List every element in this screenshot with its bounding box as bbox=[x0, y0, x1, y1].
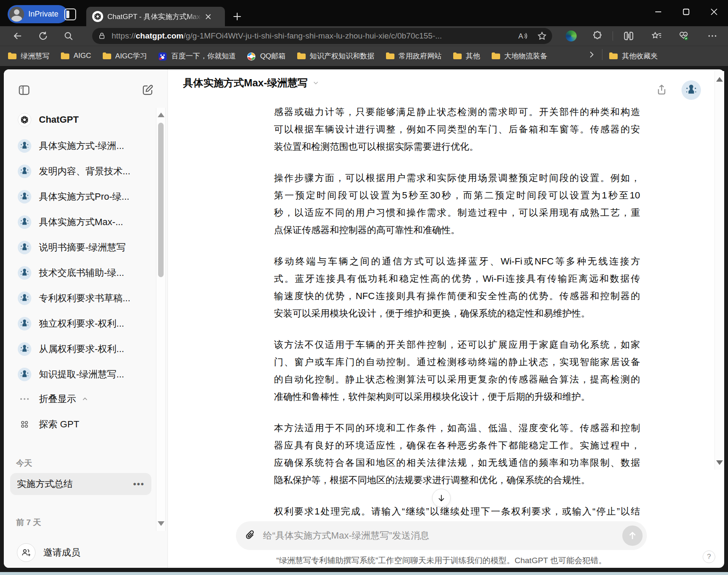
message-line: 输速度快的优势，NFC连接则具有操作简便和安全性高的优势。传感器和控制器的 bbox=[274, 287, 640, 305]
bookmark-item[interactable]: 大地物流装备 bbox=[491, 51, 547, 61]
sidebar-toggle-icon[interactable] bbox=[18, 84, 30, 96]
input-placeholder: 给“具体实施方式Max-绿洲慧写”发送消息 bbox=[263, 529, 622, 542]
bookmark-item[interactable]: QQ邮箱 bbox=[247, 51, 285, 61]
message-line: 的自动化控制。静止状态检测算法可以采用更复杂的传感器融合算法，提高检测的 bbox=[274, 371, 640, 388]
bookmark-item[interactable]: 其他 bbox=[453, 51, 480, 61]
message-line: 权利要求1处理完成。请输入“继续”以继续处理下一条权利要求，或输入“停止”以结 bbox=[274, 503, 640, 520]
message-line: 秒，以适应不同的用户习惯和操作需求。制造过程中，可以采用现有成熟工艺，重 bbox=[274, 204, 640, 221]
message-line: 安装可以采用模块化设计，便于维护和更换，确保系统的稳定性和易维护性。 bbox=[274, 305, 640, 322]
sidebar-item-gpt[interactable]: 具体实施方式Max-... bbox=[18, 215, 123, 229]
sidebar-scroll-down-icon[interactable] bbox=[158, 521, 164, 526]
message-line: 隐私保护等，根据不同地区的法规要求进行调整和优化，确保系统的合规性。 bbox=[274, 471, 640, 489]
bookmark-item[interactable]: 知识产权知识和数据 bbox=[297, 51, 375, 61]
back-button[interactable] bbox=[13, 31, 23, 41]
chatgpt-logo-icon bbox=[18, 113, 31, 127]
split-screen-icon[interactable] bbox=[623, 30, 634, 41]
gpt-avatar[interactable] bbox=[681, 80, 701, 100]
help-button[interactable]: ? bbox=[703, 550, 715, 563]
message-line: 第一预定时间段可以设置为5秒至30秒，而第二预定时间段可以设置为1秒至10 bbox=[274, 187, 640, 204]
message-line: 式。蓝牙连接具有低功耗和稳定性高的优势，Wi-Fi连接具有传输距离远和数据传 bbox=[274, 270, 640, 287]
attach-icon[interactable] bbox=[244, 530, 256, 542]
search-icon[interactable] bbox=[63, 31, 74, 41]
message-line: 操作步骤方面，可以根据用户需求和实际使用场景调整预定时间段的设置。例如， bbox=[274, 169, 640, 187]
sidebar-item-gpt[interactable]: 具体实施方式-绿洲... bbox=[18, 139, 124, 153]
folder-icon bbox=[297, 52, 306, 60]
message-line: 应确保系统符合各国和地区的相关法律法规，如无线通信的频率和功率限制、数据 bbox=[274, 454, 640, 471]
message-line: 本方法适用于不同的环境和工作条件，如高温、低温、湿度变化等。传感器和控制 bbox=[274, 419, 640, 437]
main-scrollbar[interactable] bbox=[714, 71, 724, 470]
new-chat-icon[interactable] bbox=[141, 84, 154, 96]
conversation-title[interactable]: 具体实施方式Max-绿洲慧写 bbox=[183, 76, 320, 90]
desktop-sliver bbox=[0, 572, 728, 575]
qq-favicon-icon bbox=[247, 52, 256, 60]
workspaces-icon[interactable] bbox=[64, 8, 76, 20]
invite-people-icon bbox=[17, 543, 36, 562]
sidebar-item-collapse[interactable]: 折叠显示 bbox=[18, 392, 89, 406]
sidebar-item-chatgpt[interactable]: ChatGPT bbox=[18, 113, 79, 127]
sidebar-item-gpt[interactable]: 知识提取-绿洲慧写... bbox=[18, 368, 124, 381]
favorite-star-icon[interactable] bbox=[537, 31, 547, 41]
main-scroll-down-icon[interactable] bbox=[716, 460, 723, 465]
sidebar-item-gpt[interactable]: 具体实施方式Pro-绿... bbox=[18, 190, 129, 204]
message-line: 可以根据车辆设计进行调整，例如不同类型的车门、后备箱和车窗等。传感器的安 bbox=[274, 121, 640, 138]
main-scroll-up-icon[interactable] bbox=[716, 77, 723, 82]
read-aloud-icon[interactable]: A bbox=[517, 31, 528, 41]
message-line: 准确性和鲁棒性，软件架构则可以采用模块化设计，便于后期的升级和维护。 bbox=[274, 388, 640, 405]
favorites-bar-icon[interactable] bbox=[651, 30, 662, 41]
minimize-button[interactable] bbox=[644, 1, 672, 22]
message-line: 器应具有良好的环境适应性，确保在各种恶劣条件下都能稳定工作。实施过程中， bbox=[274, 437, 640, 454]
folder-icon bbox=[453, 52, 462, 60]
sidebar-scrollbar[interactable] bbox=[156, 108, 166, 531]
bookmark-item[interactable]: AIGC bbox=[60, 52, 91, 60]
sidebar-item-gpt[interactable]: 独立权利要求-权利... bbox=[18, 317, 124, 330]
invite-members-button[interactable]: 邀请成员 bbox=[17, 543, 80, 562]
refresh-button[interactable] bbox=[38, 31, 48, 41]
message-line: 门、窗户或车库门的自动控制。通过检测移动终端的静止状态，实现智能家居设备 bbox=[274, 353, 640, 371]
sidebar-item-gpt[interactable]: 发明内容、背景技术... bbox=[18, 165, 130, 178]
chat-options-icon[interactable]: ••• bbox=[133, 479, 145, 489]
message-line: 点保证传感器和控制器的高可靠性和准确性。 bbox=[274, 221, 640, 239]
folder-icon bbox=[102, 52, 112, 60]
gpt-avatar-icon bbox=[18, 139, 31, 153]
address-bar[interactable]: https://chatgpt.com/g/g-1MFOi4WtV-ju-ti-… bbox=[92, 28, 552, 44]
bookmark-other-folder[interactable]: 其他收藏夹 bbox=[609, 47, 658, 64]
browser-essentials-icon[interactable] bbox=[678, 30, 689, 41]
bookmarks-overflow-chevron[interactable] bbox=[587, 50, 596, 59]
sidebar-item-gpt[interactable]: 说明书摘要-绿洲慧写 bbox=[18, 241, 126, 254]
new-tab-button[interactable] bbox=[232, 11, 243, 22]
browser-tab[interactable]: ChatGPT - 具体实施方式Max-绿洲 bbox=[86, 7, 225, 26]
sidebar-scrollbar-thumb[interactable] bbox=[158, 123, 164, 277]
sidebar-scroll-up-icon[interactable] bbox=[158, 113, 164, 117]
bookmark-item[interactable]: 百度一下，你就知道 bbox=[158, 51, 236, 61]
tab-title: ChatGPT - 具体实施方式Max-绿洲 bbox=[107, 12, 203, 22]
inprivate-badge[interactable]: InPrivate bbox=[8, 5, 68, 23]
tab-close-icon[interactable] bbox=[203, 12, 213, 21]
gpt-avatar-icon bbox=[18, 292, 31, 305]
sidebar-item-explore-gpt[interactable]: 探索 GPT bbox=[18, 418, 79, 431]
section-label-today: 今天 bbox=[16, 458, 32, 469]
bookmark-item[interactable]: 常用政府网站 bbox=[386, 51, 442, 61]
scroll-to-bottom-button[interactable] bbox=[432, 489, 451, 507]
assistant-message: 感器或磁力计等，只要能够满足静止状态检测的需求即可。开关部件的种类和构造可以根据… bbox=[274, 103, 640, 534]
maximize-button[interactable] bbox=[672, 1, 700, 22]
toolbar-divider bbox=[613, 31, 613, 41]
extensions-icon[interactable] bbox=[592, 30, 603, 41]
folder-icon bbox=[609, 52, 618, 60]
url-text: https://chatgpt.com/g/g-1MFOi4WtV-ju-ti-… bbox=[112, 31, 508, 41]
sidebar-item-gpt[interactable]: 从属权利要求-权利... bbox=[18, 342, 124, 356]
close-window-button[interactable] bbox=[700, 1, 728, 22]
chatgpt-favicon-icon bbox=[92, 11, 103, 22]
gpt-avatar-icon bbox=[18, 241, 31, 254]
share-icon[interactable] bbox=[655, 83, 668, 96]
settings-more-icon[interactable] bbox=[707, 30, 718, 41]
message-input[interactable]: 给“具体实施方式Max-绿洲慧写”发送消息 bbox=[236, 521, 647, 550]
bookmark-item[interactable]: AIGC学习 bbox=[102, 51, 148, 61]
gpt-avatar-icon bbox=[18, 215, 31, 229]
sidebar-item-gpt[interactable]: 专利权利要求书草稿... bbox=[18, 292, 130, 305]
window-bottom-edge bbox=[0, 568, 728, 572]
chat-item-selected[interactable]: 实施方式总结 ••• bbox=[10, 473, 151, 495]
send-button[interactable] bbox=[622, 525, 643, 546]
sidebar-item-gpt[interactable]: 技术交底书辅助-绿... bbox=[18, 266, 124, 280]
bookmark-item[interactable]: 绿洲慧写 bbox=[8, 51, 49, 61]
idm-extension-icon[interactable] bbox=[566, 30, 577, 41]
